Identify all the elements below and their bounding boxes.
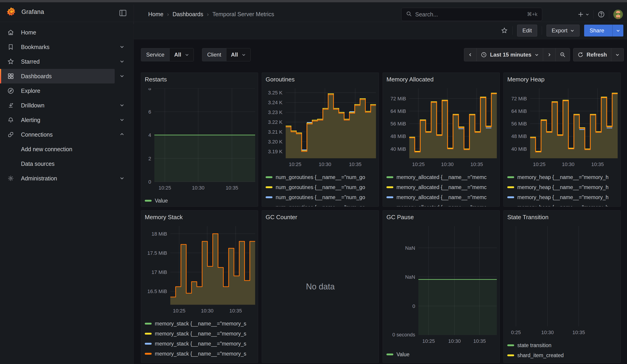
topbar-separator: [593, 10, 593, 19]
actionbar-separator: [542, 26, 542, 35]
memory-heap-chart[interactable]: 72 MiB64 MiB56 MiB48 MiB40 MiB10:2510:30…: [507, 88, 618, 168]
svg-text:10:35: 10:35: [473, 338, 486, 344]
svg-text:64 MiB: 64 MiB: [391, 108, 406, 114]
chevron-down-icon[interactable]: [120, 117, 124, 123]
legend-item[interactable]: memory_heap {__name__="memory_h: [507, 192, 617, 202]
legend-item[interactable]: num_goroutines {__name__="num_go: [266, 172, 375, 182]
sidebar-item-connections[interactable]: Connections: [0, 127, 133, 142]
search-input[interactable]: Search... ⌘+k: [401, 8, 542, 21]
svg-text:48 MiB: 48 MiB: [511, 133, 527, 139]
share-button[interactable]: Share: [584, 25, 610, 37]
sidebar-item-add-new-connection[interactable]: Add new connection: [0, 142, 133, 156]
sidebar-collapse-icon[interactable]: [119, 9, 127, 17]
svg-text:0: 0: [413, 303, 415, 309]
svg-text:10:35: 10:35: [573, 330, 585, 335]
legend-item[interactable]: memory_allocated {__name__="memc: [386, 192, 496, 202]
window-top-strip: [0, 0, 627, 2]
legend-item[interactable]: Value: [145, 196, 254, 206]
legend-item[interactable]: memory_heap {__name__="memory_h: [507, 182, 617, 192]
legend-item[interactable]: num_goroutines {__name__="num_go: [266, 192, 375, 202]
export-button[interactable]: Export: [547, 25, 579, 37]
sidebar-item-drilldown[interactable]: Drilldown: [0, 98, 133, 113]
svg-text:4: 4: [149, 132, 151, 138]
legend-item[interactable]: memory_heap {__name__="memory_h: [507, 172, 617, 182]
sidebar-item-explore[interactable]: Explore: [0, 84, 133, 98]
chevron-down-icon[interactable]: [120, 175, 124, 182]
help-button[interactable]: [598, 11, 605, 18]
state-transition-chart[interactable]: 0:2510:3010:35: [507, 226, 618, 337]
chevron-down-icon: [535, 53, 539, 57]
time-shift-back-button[interactable]: [464, 48, 476, 61]
panel-title[interactable]: Memory Stack: [145, 213, 254, 221]
sidebar-item-data-sources[interactable]: Data sources: [0, 156, 133, 171]
legend-item[interactable]: num_goroutines {__name__="num_go: [266, 182, 375, 192]
svg-text:40 MiB: 40 MiB: [391, 146, 406, 152]
restarts-chart[interactable]: 8642010:2510:3010:35: [145, 88, 255, 192]
refresh-interval-button[interactable]: [611, 48, 624, 61]
legend-item[interactable]: memory_allocated {__name__="memc: [386, 182, 496, 192]
panel-title[interactable]: Memory Heap: [507, 75, 617, 83]
sidebar-item-bookmarks[interactable]: Bookmarks: [0, 40, 133, 54]
gear-icon: [7, 175, 15, 182]
chevron-down-icon[interactable]: [120, 102, 124, 109]
sidebar-item-administration[interactable]: Administration: [0, 171, 133, 186]
memory-allocated-chart[interactable]: 72 MiB64 MiB56 MiB48 MiB40 MiB10:2510:30…: [386, 88, 497, 168]
panel-title[interactable]: GC Pause: [386, 213, 496, 221]
share-menu-button[interactable]: [612, 25, 623, 37]
sidebar-item-home[interactable]: Home: [0, 25, 133, 40]
gc-pause-chart[interactable]: NaNNaN00 seconds10:2510:3010:35: [386, 226, 497, 346]
refresh-icon: [577, 52, 583, 58]
client-variable-dropdown[interactable]: Client All: [202, 48, 251, 61]
legend-item[interactable]: num_goroutines {__name__="num_go: [266, 202, 375, 207]
time-shift-forward-button[interactable]: [543, 48, 555, 61]
sidebar-item-starred[interactable]: Starred: [0, 54, 133, 69]
zoom-out-button[interactable]: [555, 48, 570, 61]
memory-stack-chart[interactable]: 18 MiB17.5 MiB17 MiB16.5 MiB10:2510:3010…: [145, 226, 255, 315]
chevron-down-icon: [615, 53, 620, 57]
grafana-logo[interactable]: [6, 7, 16, 17]
legend-swatch: [145, 333, 152, 335]
actionbar-separator: [512, 26, 513, 35]
chevron-down-icon[interactable]: [120, 73, 124, 80]
legend-item[interactable]: memory_heap {__name__="memory_h: [507, 202, 617, 207]
dashboards-grid-icon: [7, 73, 15, 79]
sidebar-item-alerting[interactable]: Alerting: [0, 113, 133, 127]
service-variable-dropdown[interactable]: Service All: [141, 48, 194, 61]
legend-item[interactable]: memory_allocated {__name__="memc: [386, 202, 496, 207]
panel-title[interactable]: Memory Allocated: [386, 75, 496, 83]
panel-grid: Restarts 8642010:2510:3010:35 Value Goro…: [141, 73, 621, 363]
legend-item[interactable]: memory_stack {__name__="memory_s: [145, 319, 254, 329]
svg-text:NaN: NaN: [405, 245, 415, 251]
favorite-star-icon[interactable]: [501, 27, 508, 34]
panel-gc-counter: GC Counter No data: [262, 210, 379, 363]
legend-item[interactable]: shard_item_created: [507, 350, 617, 360]
chevron-up-icon[interactable]: [120, 131, 124, 138]
chevron-down-icon[interactable]: [120, 44, 124, 51]
legend-item[interactable]: Value: [386, 349, 496, 360]
variable-filters: Service All Client All: [141, 48, 251, 61]
top-bar: Grafana Home › Dashboards › Temporal Ser…: [0, 2, 627, 22]
panel-title[interactable]: Restarts: [145, 75, 254, 83]
user-avatar[interactable]: [613, 9, 623, 19]
legend-item[interactable]: memory_stack {__name__="memory_s: [145, 349, 254, 359]
add-button[interactable]: [577, 11, 589, 18]
edit-button[interactable]: Edit: [517, 25, 537, 37]
sidebar-item-dashboards[interactable]: Dashboards: [0, 69, 115, 84]
chevron-down-icon[interactable]: [120, 58, 124, 65]
legend-item[interactable]: memory_allocated {__name__="memc: [386, 172, 496, 182]
breadcrumb-home[interactable]: Home: [148, 11, 163, 18]
connections-icon: [7, 131, 15, 138]
panel-title[interactable]: Goroutines: [266, 75, 375, 83]
svg-text:10:25: 10:25: [422, 338, 435, 344]
refresh-button[interactable]: Refresh: [574, 48, 611, 61]
legend-item[interactable]: memory_stack {__name__="memory_s: [145, 329, 254, 339]
time-range-picker[interactable]: Last 15 minutes: [476, 48, 543, 61]
legend-item[interactable]: memory_stack {__name__="memory_s: [145, 339, 254, 349]
panel-title[interactable]: State Transition: [507, 213, 617, 221]
legend-swatch: [266, 196, 272, 198]
svg-text:10:35: 10:35: [349, 161, 361, 167]
goroutines-chart[interactable]: 3.25 K3.24 K3.23 K3.22 K3.21 K3.20 K3.19…: [266, 88, 376, 168]
breadcrumb-dashboards[interactable]: Dashboards: [173, 11, 203, 18]
breadcrumb: Home › Dashboards › Temporal Server Metr…: [148, 11, 274, 18]
legend-item[interactable]: state transition: [507, 340, 617, 350]
